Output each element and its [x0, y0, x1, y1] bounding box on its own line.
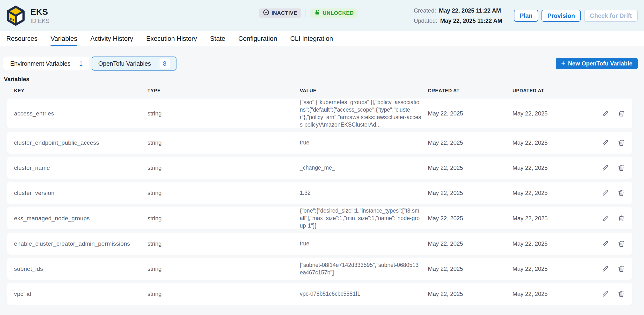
tab-cli-integration[interactable]: CLI Integration	[290, 31, 333, 46]
check-for-drift-button[interactable]: Check for Drift	[584, 10, 638, 22]
tab-state[interactable]: State	[210, 31, 225, 46]
pencil-icon	[602, 265, 609, 273]
table-row: eks_managed_node_groups string {"one":{"…	[7, 207, 632, 230]
delete-variable-button[interactable]	[618, 139, 625, 147]
new-opentofu-variable-button[interactable]: + New OpenTofu Variable	[556, 58, 638, 69]
column-header-key: KEY	[14, 88, 148, 93]
pencil-icon	[602, 290, 609, 298]
variable-key: access_entries	[14, 110, 148, 117]
delete-variable-button[interactable]	[618, 189, 625, 197]
table-row: access_entries string {"sso":{"kubernete…	[7, 99, 632, 128]
variable-type: string	[148, 139, 300, 146]
variable-created-at: May 22, 2025	[428, 266, 512, 272]
section-title: Variables	[4, 76, 638, 83]
edit-variable-button[interactable]	[602, 265, 609, 273]
variable-created-at: May 22, 2025	[428, 240, 512, 247]
variable-updated-at: May 22, 2025	[512, 215, 597, 222]
table-row: enable_cluster_creator_admin_permissions…	[7, 233, 632, 255]
table-row: cluster_version string 1.32 May 22, 2025…	[7, 182, 632, 204]
tab-configuration[interactable]: Configuration	[238, 31, 277, 46]
tab-execution-history[interactable]: Execution History	[146, 31, 197, 46]
variable-created-at: May 22, 2025	[428, 291, 512, 297]
created-label: Created:	[414, 7, 436, 14]
subtab-opentofu-variables[interactable]: OpenTofu Variables 8	[92, 56, 177, 70]
edit-variable-button[interactable]	[602, 290, 609, 298]
column-header-updated-at: UPDATED AT	[512, 88, 597, 93]
variable-type: string	[148, 291, 300, 297]
variable-updated-at: May 22, 2025	[512, 139, 597, 146]
variable-value: vpc-078b51c6cbc5581f1	[300, 290, 428, 298]
circle-minus-icon	[263, 9, 269, 17]
unlock-icon	[314, 9, 320, 17]
plus-icon: +	[561, 60, 566, 67]
delete-variable-button[interactable]	[618, 110, 625, 117]
edit-variable-button[interactable]	[602, 189, 609, 197]
variable-value: {"sso":{"kubernetes_groups":[],"policy_a…	[300, 99, 428, 128]
variable-created-at: May 22, 2025	[428, 110, 512, 117]
variable-updated-at: May 22, 2025	[512, 190, 597, 196]
edit-variable-button[interactable]	[602, 215, 609, 222]
tab-variables[interactable]: Variables	[50, 31, 77, 46]
pencil-icon	[602, 240, 609, 248]
column-header-value: VALUE	[300, 88, 428, 93]
trash-icon	[618, 240, 625, 248]
environment-id: ID:EKS	[30, 18, 50, 24]
created-value: May 22, 2025 11:22 AM	[439, 7, 501, 14]
table-row: cluster_endpoint_public_access string tr…	[7, 132, 632, 154]
status-badges: INACTIVE UNLOCKED	[259, 8, 358, 18]
column-header-type: TYPE	[148, 88, 300, 93]
environment-brand: EKS ID:EKS	[6, 5, 50, 26]
variable-value: {"one":{"desired_size":1,"instance_types…	[300, 207, 428, 230]
table-row: subnet_ids string ["subnet-08f14e7142d33…	[7, 258, 632, 280]
variable-value: ["subnet-08f14e7142d333595","subnet-0680…	[300, 261, 428, 276]
new-opentofu-variable-label: New OpenTofu Variable	[568, 60, 632, 67]
edit-variable-button[interactable]	[602, 110, 609, 117]
variable-key: cluster_endpoint_public_access	[14, 139, 148, 146]
subtab-environment-variables-label: Environment Variables	[10, 60, 70, 67]
tab-activity-history[interactable]: Activity History	[90, 31, 133, 46]
plan-button[interactable]: Plan	[514, 10, 538, 22]
provision-button[interactable]: Provision	[542, 10, 581, 22]
delete-variable-button[interactable]	[618, 265, 625, 273]
variable-key: cluster_name	[14, 165, 148, 171]
delete-variable-button[interactable]	[618, 240, 625, 248]
variable-updated-at: May 22, 2025	[512, 240, 597, 247]
updated-value: May 22, 2025 11:22 AM	[440, 17, 502, 24]
variable-updated-at: May 22, 2025	[512, 165, 597, 171]
environment-variables-count: 1	[79, 60, 83, 67]
trash-icon	[618, 265, 625, 273]
variable-key: vpc_id	[14, 291, 148, 297]
variable-value: true	[300, 139, 428, 146]
edit-variable-button[interactable]	[602, 164, 609, 172]
variable-updated-at: May 22, 2025	[512, 291, 597, 297]
status-badge-inactive: INACTIVE	[259, 8, 301, 18]
edit-variable-button[interactable]	[602, 240, 609, 248]
column-header-created-at: CREATED AT	[428, 88, 512, 93]
variable-created-at: May 22, 2025	[428, 215, 512, 222]
table-header-row: KEY TYPE VALUE CREATED AT UPDATED AT	[7, 83, 632, 99]
status-badge-inactive-label: INACTIVE	[272, 10, 297, 16]
subtab-opentofu-variables-label: OpenTofu Variables	[98, 60, 151, 67]
variable-updated-at: May 22, 2025	[512, 266, 597, 272]
header-action-buttons: Plan Provision Check for Drift	[514, 10, 638, 22]
variable-value: _change_me_	[300, 164, 428, 172]
delete-variable-button[interactable]	[618, 164, 625, 172]
variable-updated-at: May 22, 2025	[512, 110, 597, 117]
pencil-icon	[602, 215, 609, 222]
trash-icon	[618, 164, 625, 172]
cube-logo-icon	[6, 5, 25, 26]
tab-resources[interactable]: Resources	[6, 31, 38, 46]
delete-variable-button[interactable]	[618, 290, 625, 298]
trash-icon	[618, 189, 625, 197]
trash-icon	[618, 139, 625, 147]
variables-page: Environment Variables 1 OpenTofu Variabl…	[0, 46, 644, 305]
variable-value: true	[300, 240, 428, 247]
page-title: EKS	[30, 7, 50, 17]
variable-created-at: May 22, 2025	[428, 139, 512, 146]
edit-variable-button[interactable]	[602, 139, 609, 147]
subtab-environment-variables[interactable]: Environment Variables 1	[4, 56, 90, 70]
trash-icon	[618, 290, 625, 298]
pencil-icon	[602, 110, 609, 117]
delete-variable-button[interactable]	[618, 215, 625, 222]
main-tabs: Resources Variables Activity History Exe…	[0, 31, 644, 46]
